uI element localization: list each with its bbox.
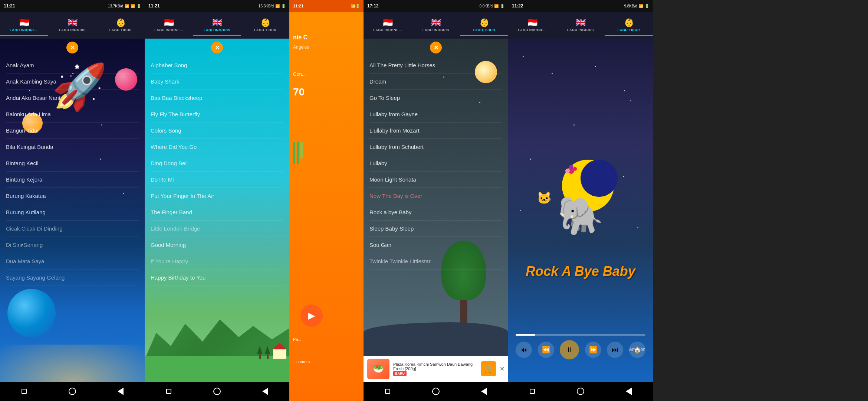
list-item[interactable]: Twinkle Twinkle Littlestar xyxy=(369,253,502,270)
partial-progress xyxy=(293,142,360,166)
list-item[interactable]: L'ullaby from Mozart xyxy=(369,123,502,139)
list-item[interactable]: Bintang Kecil xyxy=(6,155,139,172)
list-item[interactable]: Do Re Mi xyxy=(151,172,283,188)
elephant-icon: 🐘 xyxy=(558,194,604,238)
tab-indonesia-3[interactable]: 🇮🇩 LAGU INDONE... xyxy=(364,15,412,36)
flag-tidur-1: 👶 xyxy=(116,18,126,27)
tab-indonesia-4[interactable]: 🇮🇩 LAGU INDONE... xyxy=(508,15,556,36)
ad-badge: BARU xyxy=(393,371,407,376)
status-icons-2: 15.3KB/d 📶 🔋 xyxy=(259,4,286,8)
pause-button[interactable]: ⏸ xyxy=(560,340,579,359)
tab-tidur-4[interactable]: 👶 LAGU TIDUR xyxy=(605,15,653,36)
list-item[interactable]: Ding Dong Bell xyxy=(151,155,283,172)
list-item[interactable]: Anak Kambing Saya xyxy=(6,74,139,90)
content-2: ✕ Alphabet Song Baby Shark Baa Baa Black… xyxy=(145,39,289,382)
ad-close-button[interactable]: ✕ xyxy=(500,365,504,372)
skip-forward-button[interactable]: ⏭ xyxy=(607,342,623,358)
tab-tidur-2[interactable]: 👶 LAGU TIDUR xyxy=(241,15,289,36)
ground xyxy=(145,356,289,382)
list-item[interactable]: Bila Kuingat Bunda xyxy=(6,139,139,155)
status-icons-1: 13.7KB/d 📶 📶 🔋 xyxy=(108,4,141,8)
fast-forward-button[interactable]: ⏩ xyxy=(585,342,601,358)
list-item[interactable]: Lullaby from Schubert xyxy=(369,139,502,155)
list-item[interactable]: Sou Gan xyxy=(369,237,502,253)
list-item[interactable]: Burung Kakatua xyxy=(6,188,139,204)
list-item[interactable]: Now The Day is Over xyxy=(369,188,502,204)
hills xyxy=(364,322,508,356)
nav-square-btn-1[interactable] xyxy=(17,385,31,398)
list-item[interactable]: Moon Light Sonata xyxy=(369,172,502,188)
nav-home-btn-3[interactable] xyxy=(429,385,443,398)
skip-back-button[interactable]: ⏮ xyxy=(516,342,532,358)
list-item[interactable]: Anak Ayam xyxy=(6,57,139,74)
tab-indonesia-1[interactable]: 🇮🇩 LAGU INDONE... xyxy=(0,15,48,36)
close-button-2[interactable]: ✕ xyxy=(211,42,223,53)
list-item[interactable]: Colors Song xyxy=(151,123,283,139)
list-item[interactable]: Rock a bye Baby xyxy=(369,204,502,221)
nav-back-btn-2[interactable] xyxy=(259,385,272,398)
list-item[interactable]: If You're Happy xyxy=(151,253,283,270)
list-item[interactable]: Go To Sleep xyxy=(369,90,502,106)
house-icon xyxy=(273,343,286,359)
list-item[interactable]: Di Sini Senang xyxy=(6,237,139,253)
tab-indonesia-2[interactable]: 🇮🇩 LAGU INDONE... xyxy=(145,15,193,36)
partial-play-btn[interactable]: ▶ xyxy=(300,304,323,327)
tab-inggris-4[interactable]: 🇬🇧 LAGU INGGRIS xyxy=(556,15,605,36)
ad-shop-icon[interactable]: 🛒 xyxy=(481,361,496,376)
close-button-3[interactable]: ✕ xyxy=(430,42,442,53)
cat-icon: 🐱 xyxy=(537,191,552,205)
nav-back-btn-3[interactable] xyxy=(477,385,491,398)
time-1: 11:21 xyxy=(4,3,15,9)
list-item[interactable]: Alphabet Song xyxy=(151,57,283,74)
status-bar-1: 11:21 13.7KB/d 📶 📶 🔋 xyxy=(0,0,145,12)
list-item[interactable]: Fly Fly The Butterfly xyxy=(151,106,283,123)
nav-square-btn-4[interactable] xyxy=(526,385,539,398)
tab-inggris-1[interactable]: 🇬🇧 LAGU INGGRIS xyxy=(48,15,96,36)
list-item[interactable]: Balonku Ada Lima xyxy=(6,106,139,123)
list-item[interactable]: Sleep Baby Sleep xyxy=(369,221,502,237)
tab-inggris-2[interactable]: 🇬🇧 LAGU INGGRIS xyxy=(193,15,241,36)
list-item[interactable]: Happy Birthday to You xyxy=(151,270,283,286)
nav-home-btn-2[interactable] xyxy=(210,385,224,398)
list-item[interactable]: Dua Mata Saya xyxy=(6,253,139,270)
phone-1: 11:21 13.7KB/d 📶 📶 🔋 🇮🇩 LAGU INDONE... 🇬… xyxy=(0,0,145,401)
phone-3: 17:12 0.0KB/d 📶 🔋 🇮🇩 LAGU INDONE... 🇬🇧 L… xyxy=(364,0,508,401)
tab-inggris-3[interactable]: 🇬🇧 LAGU INGGRIS xyxy=(412,15,460,36)
list-item[interactable]: Cicak Cicak Di Dinding xyxy=(6,221,139,237)
list-item[interactable]: Bangun Tidur xyxy=(6,123,139,139)
list-item[interactable]: Andai Aku Besar Nanti xyxy=(6,90,139,106)
nav-back-btn-4[interactable] xyxy=(622,385,635,398)
partial-content: nie C Angeles Con... 70 ▶ Pa... ...sumer… xyxy=(289,12,364,401)
rewind-button[interactable]: ⏪ xyxy=(538,342,554,358)
list-item[interactable]: Put Your Finger In The Air xyxy=(151,188,283,204)
song-list-1: Anak Ayam Anak Kambing Saya Andai Aku Be… xyxy=(0,57,145,286)
list-item[interactable]: Good Morning xyxy=(151,237,283,253)
tab-bar-3: 🇮🇩 LAGU INDONE... 🇬🇧 LAGU INGGRIS 👶 LAGU… xyxy=(364,12,508,39)
nav-square-btn-2[interactable] xyxy=(162,385,175,398)
list-item[interactable]: Baa Baa Blacksheep xyxy=(151,90,283,106)
list-item[interactable]: Bintang Kejora xyxy=(6,172,139,188)
nav-square-btn-3[interactable] xyxy=(381,385,394,398)
list-item[interactable]: Lullaby from Gayne xyxy=(369,106,502,123)
list-item[interactable]: Burung Kutilang xyxy=(6,204,139,221)
home-button[interactable]: 🏠 xyxy=(629,342,645,358)
time-4: 11:22 xyxy=(512,3,523,9)
list-item[interactable]: Sayang Sayang Gelang xyxy=(6,270,139,286)
list-item[interactable]: The Finger Band xyxy=(151,204,283,221)
nav-back-btn-1[interactable] xyxy=(114,385,127,398)
player-controls: ⏮ ⏪ ⏸ ⏩ ⏭ 🏠 xyxy=(516,340,645,359)
progress-fill xyxy=(516,334,535,336)
tab-tidur-3[interactable]: 👶 LAGU TIDUR xyxy=(460,15,508,36)
list-item[interactable]: Dream xyxy=(369,74,502,90)
nav-home-btn-4[interactable] xyxy=(574,385,587,398)
partial-subtitle: Angeles xyxy=(289,45,364,50)
tab-tidur-1[interactable]: 👶 LAGU TIDUR xyxy=(96,15,145,36)
list-item[interactable]: Baby Shark xyxy=(151,74,283,90)
list-item[interactable]: Where Did You Go xyxy=(151,139,283,155)
list-item[interactable]: Lullaby xyxy=(369,155,502,172)
tab-label-indonesia-1: LAGU INDONE... xyxy=(10,28,39,32)
close-button-1[interactable]: ✕ xyxy=(66,42,78,53)
list-item[interactable]: Little London Bridge xyxy=(151,221,283,237)
nav-home-btn-1[interactable] xyxy=(66,385,79,398)
list-item[interactable]: All The Pretty Little Horses xyxy=(369,57,502,74)
